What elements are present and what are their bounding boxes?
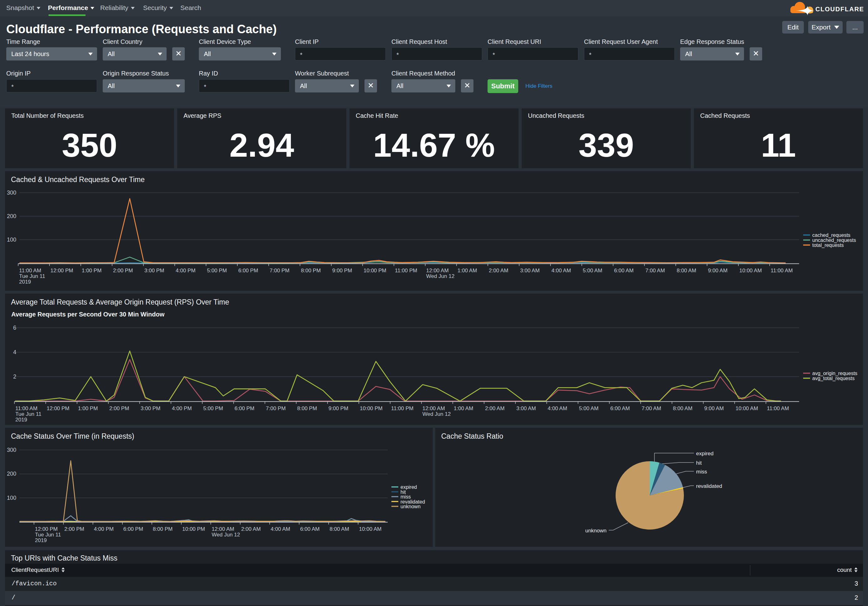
svg-text:4: 4 [13, 349, 16, 355]
svg-text:12:00 PM: 12:00 PM [35, 526, 58, 532]
svg-text:9:00 AM: 9:00 AM [708, 267, 727, 273]
svg-text:revalidated: revalidated [400, 499, 425, 505]
svg-text:7:00 PM: 7:00 PM [270, 267, 289, 273]
svg-text:3:00 PM: 3:00 PM [144, 267, 164, 273]
svg-text:CLOUDFLARE: CLOUDFLARE [815, 6, 864, 12]
svg-text:6:00 AM: 6:00 AM [300, 526, 319, 532]
svg-text:2: 2 [13, 373, 16, 380]
svg-text:10:00 AM: 10:00 AM [736, 406, 758, 412]
svg-text:unknown: unknown [400, 504, 420, 509]
svg-text:Wed Jun 12: Wed Jun 12 [426, 273, 454, 279]
svg-text:11:00 AM: 11:00 AM [19, 267, 41, 273]
svg-text:2019: 2019 [19, 279, 31, 285]
svg-text:Tue Jun 11: Tue Jun 11 [35, 532, 61, 538]
svg-text:expired: expired [696, 451, 714, 457]
svg-text:11:00 PM: 11:00 PM [391, 406, 414, 412]
svg-text:10:00 PM: 10:00 PM [364, 267, 386, 273]
svg-text:11:00 AM: 11:00 AM [767, 406, 789, 412]
svg-text:2:00 AM: 2:00 AM [489, 267, 508, 273]
svg-text:100: 100 [7, 236, 16, 243]
svg-text:300: 300 [7, 447, 16, 453]
svg-text:10:00 PM: 10:00 PM [182, 526, 205, 532]
svg-text:200: 200 [7, 471, 16, 477]
svg-text:200: 200 [7, 213, 16, 219]
svg-text:total_requests: total_requests [812, 242, 844, 248]
svg-text:6:00 PM: 6:00 PM [238, 267, 258, 273]
svg-text:3:00 AM: 3:00 AM [516, 406, 536, 412]
svg-text:2019: 2019 [16, 417, 27, 423]
svg-text:1:00 AM: 1:00 AM [457, 267, 477, 273]
svg-text:11:00 AM: 11:00 AM [16, 406, 37, 412]
svg-text:10:00 AM: 10:00 AM [739, 267, 762, 273]
svg-text:7:00 AM: 7:00 AM [645, 267, 665, 273]
svg-text:11:00 PM: 11:00 PM [395, 267, 417, 273]
svg-text:5:00 PM: 5:00 PM [203, 406, 223, 412]
svg-text:3:00 PM: 3:00 PM [141, 406, 160, 412]
svg-text:4:00 PM: 4:00 PM [176, 267, 195, 273]
svg-text:300: 300 [7, 190, 16, 196]
svg-text:10:00 AM: 10:00 AM [359, 526, 382, 532]
svg-text:8:00 AM: 8:00 AM [673, 406, 692, 412]
svg-text:2:00 PM: 2:00 PM [113, 267, 133, 273]
svg-text:8:00 PM: 8:00 PM [297, 406, 317, 412]
svg-text:miss: miss [696, 469, 707, 475]
svg-text:12:00 PM: 12:00 PM [50, 267, 73, 273]
svg-text:6: 6 [13, 325, 16, 331]
svg-text:2:00 PM: 2:00 PM [65, 526, 84, 532]
svg-text:8:00 AM: 8:00 AM [677, 267, 696, 273]
svg-text:7:00 AM: 7:00 AM [642, 406, 661, 412]
svg-text:Tue Jun 11: Tue Jun 11 [16, 411, 41, 417]
svg-text:hit: hit [696, 460, 702, 466]
svg-text:8:00 AM: 8:00 AM [330, 526, 349, 532]
svg-text:4:00 AM: 4:00 AM [548, 406, 567, 412]
svg-text:8:00 PM: 8:00 PM [153, 526, 172, 532]
svg-text:6:00 AM: 6:00 AM [614, 267, 634, 273]
svg-text:hit: hit [400, 489, 406, 495]
svg-text:4:00 PM: 4:00 PM [172, 406, 192, 412]
svg-text:6:00 PM: 6:00 PM [234, 406, 254, 412]
svg-text:100: 100 [7, 495, 16, 501]
svg-text:8:00 PM: 8:00 PM [301, 267, 321, 273]
svg-text:12:00 AM: 12:00 AM [422, 406, 445, 412]
svg-text:9:00 AM: 9:00 AM [704, 406, 724, 412]
svg-text:2:00 PM: 2:00 PM [109, 406, 129, 412]
svg-text:1:00 PM: 1:00 PM [82, 267, 101, 273]
svg-text:4:00 AM: 4:00 AM [552, 267, 571, 273]
svg-text:avg_total_requests: avg_total_requests [812, 376, 854, 381]
svg-text:expired: expired [400, 485, 417, 490]
svg-text:2:00 AM: 2:00 AM [485, 406, 504, 412]
svg-text:unknown: unknown [585, 528, 606, 534]
svg-text:10:00 PM: 10:00 PM [360, 406, 383, 412]
svg-text:5:00 PM: 5:00 PM [207, 267, 227, 273]
svg-text:4:00 PM: 4:00 PM [94, 526, 114, 532]
svg-text:11:00 AM: 11:00 AM [770, 267, 793, 273]
svg-text:5:00 AM: 5:00 AM [579, 406, 598, 412]
svg-text:12:00 PM: 12:00 PM [46, 406, 70, 412]
svg-text:4:00 AM: 4:00 AM [271, 526, 290, 532]
svg-text:2:00 AM: 2:00 AM [241, 526, 260, 532]
svg-text:6:00 PM: 6:00 PM [123, 526, 143, 532]
svg-text:2019: 2019 [35, 538, 47, 543]
svg-text:12:00 AM: 12:00 AM [212, 526, 234, 532]
svg-text:Wed Jun 12: Wed Jun 12 [212, 532, 240, 538]
svg-text:6:00 AM: 6:00 AM [610, 406, 630, 412]
svg-text:revalidated: revalidated [696, 483, 722, 489]
svg-text:1:00 AM: 1:00 AM [454, 406, 473, 412]
svg-text:miss: miss [400, 494, 411, 499]
svg-text:1:00 PM: 1:00 PM [78, 406, 98, 412]
svg-text:9:00 PM: 9:00 PM [332, 267, 352, 273]
svg-text:12:00 AM: 12:00 AM [426, 267, 449, 273]
svg-text:3:00 AM: 3:00 AM [520, 267, 539, 273]
svg-text:9:00 PM: 9:00 PM [329, 406, 348, 412]
svg-text:7:00 PM: 7:00 PM [266, 406, 285, 412]
svg-text:5:00 AM: 5:00 AM [583, 267, 602, 273]
svg-text:Wed Jun 12: Wed Jun 12 [422, 411, 451, 417]
svg-text:Tue Jun 11: Tue Jun 11 [19, 273, 45, 279]
